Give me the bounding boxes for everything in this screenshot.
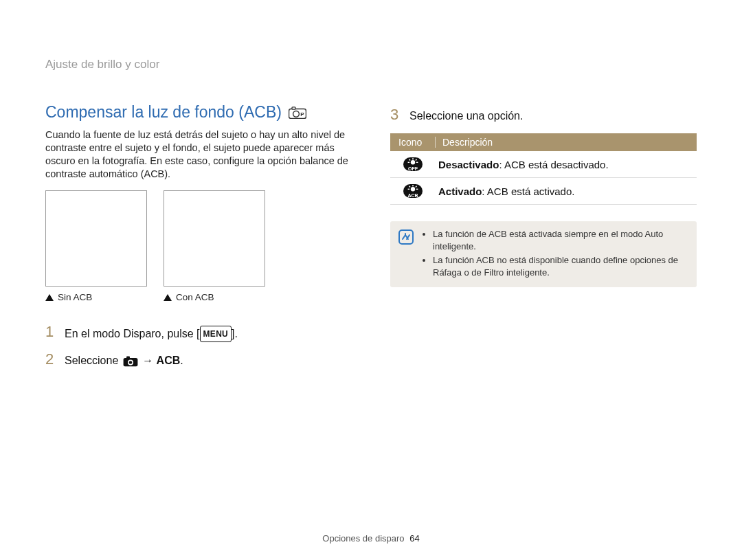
svg-rect-19 — [408, 189, 410, 190]
step-number: 3 — [390, 107, 401, 122]
image-without-acb — [45, 190, 147, 287]
acb-off-icon: OFF — [403, 157, 423, 172]
acb-on-icon: ACB — [403, 183, 423, 199]
svg-text:P: P — [300, 111, 304, 117]
col-header-desc: Descripción — [436, 137, 697, 148]
svg-point-7 — [128, 361, 132, 364]
svg-rect-5 — [126, 356, 130, 358]
row1-desc: : ACB está desactivado. — [499, 159, 608, 170]
mode-program-icon: P — [289, 107, 306, 119]
title-text: Compensar la luz de fondo (ACB) — [45, 103, 282, 122]
right-column: 3 Seleccione una opción. Icono Descripci… — [390, 103, 697, 378]
footer-section: Opciones de disparo — [322, 533, 404, 544]
step-3: 3 Seleccione una opción. — [390, 107, 697, 124]
info-icon — [398, 229, 414, 280]
svg-text:OFF: OFF — [408, 166, 418, 171]
step1-pre: En el modo Disparo, pulse [ — [65, 328, 200, 339]
step-2: 2 Seleccione → ACB. — [45, 352, 352, 368]
step-number: 2 — [45, 352, 56, 367]
step2-tail: . — [180, 355, 183, 366]
camera-icon — [123, 356, 138, 367]
left-column: Compensar la luz de fondo (ACB) P Cuando… — [45, 103, 352, 378]
svg-rect-12 — [416, 162, 418, 163]
svg-rect-10 — [412, 158, 413, 159]
table-row: OFF Desactivado: ACB está desactivado. — [390, 151, 697, 178]
row2-desc: : ACB está activado. — [482, 186, 574, 197]
svg-rect-18 — [412, 185, 413, 186]
step-1: 1 En el modo Disparo, pulse [MENU]. — [45, 324, 352, 342]
example-images: Sin ACB Con ACB — [45, 190, 352, 302]
section-title: Compensar la luz de fondo (ACB) P — [45, 103, 352, 122]
caption-marker-icon — [45, 294, 54, 301]
arrow-right-icon: → — [139, 355, 157, 366]
table-row: ACB Activado: ACB está activado. — [390, 178, 697, 205]
step1-post: ]. — [232, 328, 238, 339]
image-with-acb — [164, 190, 265, 287]
step-number: 1 — [45, 324, 56, 339]
svg-point-2 — [293, 111, 299, 117]
row2-label: Activado — [438, 186, 482, 197]
svg-rect-20 — [416, 189, 418, 190]
step2-pre: Seleccione — [65, 355, 122, 366]
intro-text: Cuando la fuente de luz está detrás del … — [45, 128, 352, 181]
svg-rect-1 — [292, 107, 295, 109]
breadcrumb: Ajuste de brillo y color — [45, 58, 697, 71]
caption-left: Sin ACB — [58, 292, 92, 302]
menu-button-icon: MENU — [200, 326, 232, 342]
page-footer: Opciones de disparo 64 — [0, 533, 742, 544]
svg-text:ACB: ACB — [407, 193, 418, 198]
row1-label: Desactivado — [438, 159, 499, 170]
step2-bold: ACB — [157, 355, 181, 366]
note-item: La función ACB no está disponible cuando… — [433, 254, 687, 279]
note-item: La función de ACB está activada siempre … — [433, 228, 687, 253]
caption-marker-icon — [164, 294, 172, 301]
options-table: Icono Descripción — [390, 133, 697, 205]
step3-text: Seleccione una opción. — [409, 107, 523, 124]
svg-rect-11 — [408, 162, 410, 163]
col-header-icon: Icono — [390, 137, 436, 148]
svg-point-17 — [411, 187, 415, 191]
svg-point-9 — [411, 160, 415, 164]
note-box: La función de ACB está activada siempre … — [390, 221, 697, 287]
caption-right: Con ACB — [176, 292, 214, 302]
page-number: 64 — [409, 533, 419, 544]
